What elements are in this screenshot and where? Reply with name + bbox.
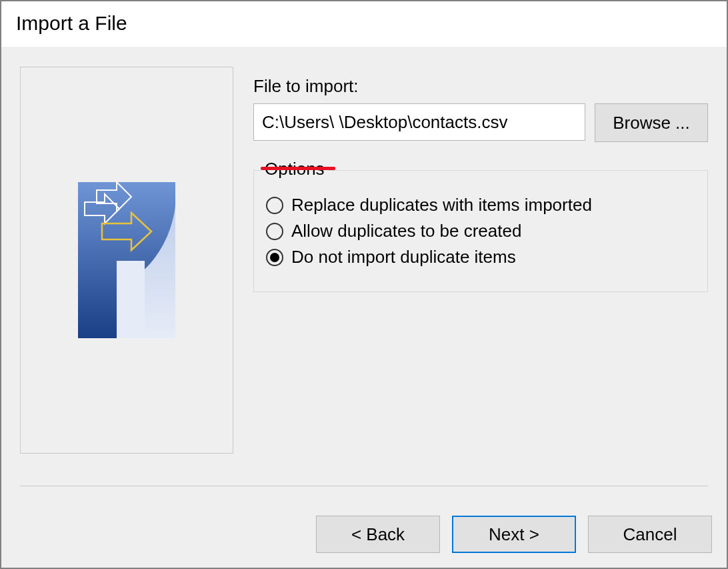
wizard-buttons: < Back Next > Cancel [316, 516, 712, 553]
browse-button[interactable]: Browse ... [595, 103, 708, 142]
options-legend: Options [261, 159, 329, 179]
annotation-underline [261, 167, 335, 170]
wizard-content: File to import: C:\Users\ \Desktop\conta… [253, 76, 708, 292]
option-label: Replace duplicates with items imported [291, 195, 592, 215]
cancel-button[interactable]: Cancel [588, 516, 712, 553]
separator-line [20, 486, 708, 486]
dialog-title: Import a File [1, 1, 727, 47]
import-arrows-icon [78, 182, 175, 338]
wizard-dialog: Import a File [0, 0, 728, 569]
option-radio-2[interactable]: Do not import duplicate items [266, 247, 695, 267]
radio-icon [266, 223, 283, 240]
option-radio-1[interactable]: Allow duplicates to be created [266, 221, 695, 241]
radio-icon [266, 197, 283, 214]
file-path-input[interactable]: C:\Users\ \Desktop\contacts.csv [253, 103, 585, 141]
file-to-import-label: File to import: [253, 76, 708, 97]
dialog-body: File to import: C:\Users\ \Desktop\conta… [1, 47, 727, 568]
option-label: Allow duplicates to be created [291, 221, 521, 241]
option-radio-0[interactable]: Replace duplicates with items imported [266, 195, 695, 215]
radio-icon [266, 249, 283, 266]
back-button[interactable]: < Back [316, 516, 440, 553]
svg-rect-1 [117, 261, 145, 338]
option-label: Do not import duplicate items [291, 247, 516, 267]
file-row: C:\Users\ \Desktop\contacts.csv Browse .… [253, 103, 708, 142]
options-group: Options Replace duplicates with items im… [253, 170, 708, 292]
wizard-side-image-panel [20, 67, 233, 454]
next-button[interactable]: Next > [452, 516, 576, 553]
